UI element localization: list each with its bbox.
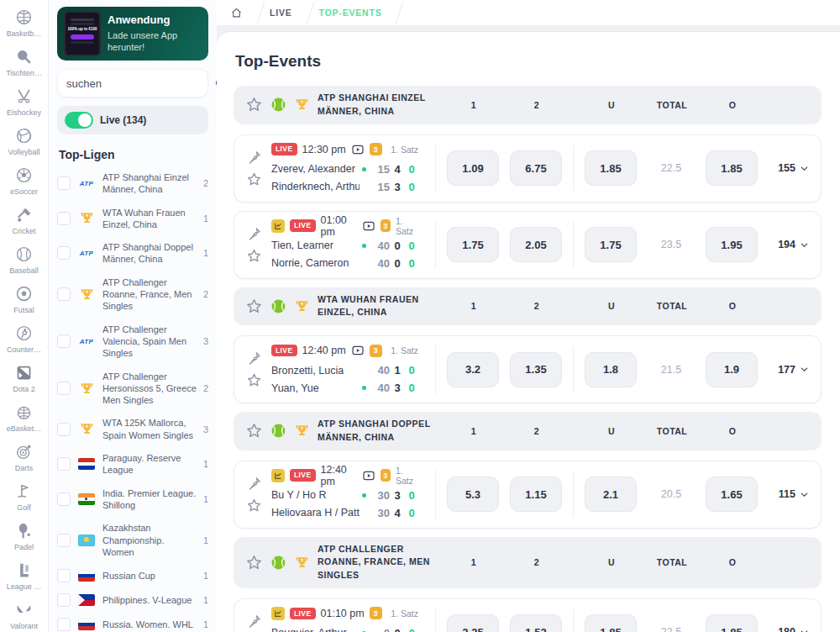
league-checkbox[interactable]	[57, 618, 71, 631]
sidebar-item-league-of-legends[interactable]: League …	[0, 560, 48, 591]
odds-button-under[interactable]: 1.75	[585, 227, 637, 262]
league-checkbox[interactable]	[57, 534, 71, 547]
odds-button-under[interactable]: 1.85	[585, 150, 637, 186]
league-item[interactable]: Paraguay. Reserve League 1	[57, 452, 208, 477]
sidebar-item-valorant[interactable]: Valorant	[0, 599, 48, 630]
league-checkbox[interactable]	[57, 423, 71, 436]
search-box[interactable]	[57, 69, 208, 97]
search-input[interactable]	[66, 77, 214, 90]
pin-icon[interactable]	[246, 150, 262, 166]
breadcrumb-live[interactable]: LIVE	[270, 8, 292, 18]
event-card[interactable]: LIVE 12:40 pm 3 1. Satz Bronzetti, Lucia…	[234, 335, 822, 403]
odds-button-1[interactable]: 1.09	[447, 150, 499, 186]
league-item[interactable]: Kazakhstan Championship. Women 1	[57, 522, 208, 558]
odds-button-under[interactable]: 1.8	[585, 352, 637, 387]
odds-button-2[interactable]: 6.75	[510, 150, 562, 186]
league-checkbox[interactable]	[57, 593, 71, 607]
markets-count[interactable]: 115	[769, 488, 809, 500]
league-item[interactable]: WTA 125K Mallorca, Spain Women Singles 3	[57, 417, 208, 441]
stream-icon[interactable]	[362, 469, 375, 482]
column-header-2: 2	[511, 100, 563, 110]
event-card[interactable]: LIVE 12:30 pm 3 1. Satz Zverev, Alexande…	[234, 134, 822, 203]
favorite-star-icon[interactable]	[246, 372, 262, 388]
sidebar-item-golf[interactable]: Golf	[0, 481, 48, 512]
markets-count[interactable]: 180	[769, 626, 809, 632]
markets-count[interactable]: 194	[769, 239, 809, 250]
sidebar-item-basketball[interactable]: Basketb…	[0, 7, 48, 38]
league-checkbox[interactable]	[57, 334, 71, 348]
favorite-star-icon[interactable]	[245, 422, 263, 440]
sidebar-item-table-tennis[interactable]: Tischten…	[0, 46, 48, 77]
sidebar-item-ice-hockey[interactable]: Eishockey	[0, 86, 48, 117]
league-item[interactable]: ATP ATP Challenger Valencia, Spain Men S…	[57, 324, 208, 360]
league-checkbox[interactable]	[57, 382, 71, 395]
league-checkbox[interactable]	[57, 492, 71, 506]
league-item[interactable]: ATP ATP Shanghai Doppel Männer, China 1	[57, 241, 208, 266]
league-item[interactable]: ATP ATP Shanghai Einzel Männer, China 2	[57, 171, 208, 196]
home-icon[interactable]	[230, 7, 243, 19]
league-item[interactable]: WTA Wuhan Frauen Einzel, China 1	[57, 207, 208, 231]
pin-icon[interactable]	[246, 350, 262, 366]
sidebar-item-futsal[interactable]: Futsal	[0, 283, 48, 314]
sidebar-item-cricket[interactable]: Cricket	[0, 204, 48, 235]
odds-button-under[interactable]: 1.85	[585, 614, 637, 632]
pin-icon[interactable]	[246, 476, 262, 492]
event-card[interactable]: LIVE 01:00 pm 3 1. Satz Tien, Learner 40…	[234, 211, 822, 279]
odds-button-over[interactable]: 1.9	[706, 352, 758, 387]
breadcrumb-top-events[interactable]: TOP-EVENTS	[319, 8, 382, 18]
league-item[interactable]: India. Premier League. Shillong 1	[57, 487, 208, 512]
odds-button-over[interactable]: 1.85	[706, 614, 758, 632]
odds-button-2[interactable]: 1.52	[510, 614, 562, 632]
stats-icon[interactable]	[271, 469, 285, 482]
pin-icon[interactable]	[246, 614, 262, 629]
sidebar-item-esoccer[interactable]: eSoccer	[0, 165, 48, 196]
pin-icon[interactable]	[246, 226, 262, 242]
odds-button-2[interactable]: 1.15	[510, 477, 562, 512]
league-checkbox[interactable]	[57, 176, 71, 190]
odds-button-1[interactable]: 5.3	[447, 477, 499, 512]
odds-button-under[interactable]: 2.1	[585, 477, 637, 512]
sidebar-item-padel[interactable]: Padel	[0, 520, 48, 551]
live-toggle[interactable]	[65, 112, 93, 129]
favorite-star-icon[interactable]	[245, 96, 263, 113]
markets-count[interactable]: 177	[769, 364, 809, 376]
favorite-star-icon[interactable]	[245, 298, 263, 315]
league-checkbox[interactable]	[57, 246, 71, 260]
app-download-banner[interactable]: 100% up to €100 Anwendung Lade unsere Ap…	[57, 7, 208, 61]
league-checkbox[interactable]	[57, 569, 71, 582]
favorite-star-icon[interactable]	[245, 554, 263, 571]
sidebar-item-darts[interactable]: Darts	[0, 441, 48, 472]
odds-button-over[interactable]: 1.85	[706, 150, 758, 186]
stats-icon[interactable]	[271, 219, 285, 233]
odds-button-2[interactable]: 2.05	[510, 227, 562, 262]
stream-icon[interactable]	[351, 344, 365, 357]
odds-button-2[interactable]: 1.35	[510, 352, 562, 387]
league-checkbox[interactable]	[57, 287, 71, 301]
league-item[interactable]: Russian Cup 1	[57, 569, 208, 582]
league-checkbox[interactable]	[57, 457, 71, 471]
sidebar-item-baseball[interactable]: Baseball	[0, 244, 48, 275]
odds-button-1[interactable]: 1.75	[447, 227, 499, 262]
league-checkbox[interactable]	[57, 212, 71, 225]
sidebar-item-dota2[interactable]: Dota 2	[0, 362, 48, 393]
stream-icon[interactable]	[362, 219, 375, 233]
odds-button-1[interactable]: 2.35	[447, 614, 499, 632]
odds-button-over[interactable]: 1.95	[706, 227, 758, 262]
stats-icon[interactable]	[271, 607, 285, 620]
sidebar-item-counter-strike[interactable]: Counter…	[0, 323, 48, 354]
sidebar-item-volleyball[interactable]: Volleyball	[0, 125, 48, 156]
league-item[interactable]: Russia. Women. WHL 1	[57, 618, 208, 631]
stream-icon[interactable]	[351, 143, 365, 156]
odds-button-1[interactable]: 3.2	[447, 352, 499, 387]
league-item[interactable]: ATP Challenger Roanne, France, Men Singl…	[57, 276, 208, 313]
event-card[interactable]: LIVE 01:10 pm 3 1. Satz Bouquier, Arthur…	[234, 598, 822, 632]
league-item[interactable]: ATP Challenger Hersonissos 5, Greece Men…	[57, 371, 208, 407]
league-item[interactable]: Philippines. V-League 1	[57, 593, 208, 607]
sidebar-item-ebasketball[interactable]: eBasket…	[0, 402, 48, 433]
favorite-star-icon[interactable]	[246, 248, 262, 264]
odds-button-over[interactable]: 1.65	[706, 477, 758, 512]
markets-count[interactable]: 155	[769, 162, 809, 174]
event-card[interactable]: LIVE 12:40 pm 3 1. Satz Bu Y / Ho R 3030…	[234, 461, 822, 529]
favorite-star-icon[interactable]	[246, 498, 262, 514]
favorite-star-icon[interactable]	[246, 171, 262, 187]
